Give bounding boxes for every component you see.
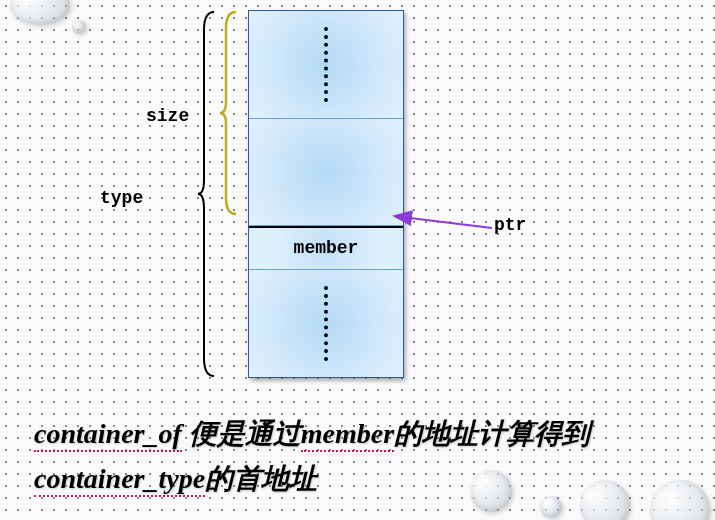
ptr-label: ptr xyxy=(494,215,526,235)
vertical-ellipsis-icon xyxy=(324,286,328,361)
struct-cell-top xyxy=(249,11,403,119)
struct-cell-mid xyxy=(249,119,403,227)
caption-code-container-of: container_of xyxy=(34,418,182,452)
caption-code-member: member xyxy=(301,418,394,452)
caption-seg-3: 的首地址 xyxy=(205,463,317,494)
struct-box: member xyxy=(248,10,404,378)
bubble-decoration xyxy=(72,20,86,34)
caption-text: container_of 便是通过member的地址计算得到container_… xyxy=(34,412,705,502)
type-brace xyxy=(196,10,216,378)
caption-code-container-type: container_type xyxy=(34,463,205,497)
caption-seg-1: 便是通过 xyxy=(182,418,301,449)
vertical-ellipsis-icon xyxy=(324,27,328,102)
struct-cell-bottom xyxy=(249,270,403,377)
size-brace xyxy=(218,10,238,216)
bubble-decoration xyxy=(10,0,70,25)
member-top-line xyxy=(249,226,403,228)
caption-seg-2: 的地址计算得到 xyxy=(394,418,590,449)
svg-line-0 xyxy=(410,218,492,228)
struct-cell-member: member xyxy=(249,226,403,270)
size-label: size xyxy=(146,106,189,126)
ptr-arrow xyxy=(404,216,494,236)
member-label: member xyxy=(294,238,359,258)
type-label: type xyxy=(100,188,143,208)
